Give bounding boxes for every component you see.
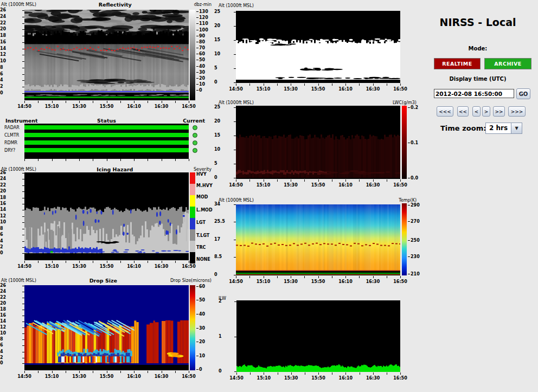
colorbar-tick-label: TRC [196,245,206,250]
time-zoom-select[interactable]: 2 hrs ▼ [485,123,522,134]
display-time-input[interactable] [434,89,514,98]
colorbar-tick-label: 250 [408,238,420,243]
nav-back-button[interactable]: < [472,106,481,117]
colorbar-tick-label: 80 [196,40,205,44]
y-tick-label: 2 [0,355,21,361]
x-tick [318,83,319,86]
x-tick-label: 16:10 [127,374,140,379]
x-tick [373,179,374,182]
x-tick [332,83,332,86]
x-tick [148,261,148,263]
reflectivity-colorbar [190,10,195,100]
reflectivity-y-axis: 26242220181614121086420 [0,10,24,100]
temp-x-axis: 14:5015:1015:3015:5016:1016:3016:50 [236,276,400,286]
nav-back-fast-button[interactable]: <<< [437,106,453,117]
x-tick-label: 15:10 [257,376,271,381]
lwc-plot-canvas [236,106,400,179]
x-tick [345,372,346,375]
x-tick [107,101,107,103]
colorbar-tick-label: 270 [408,219,420,224]
x-tick [236,372,237,375]
colorbar-tick [408,221,410,222]
reflectivity-title: Reflectivity [99,2,132,8]
x-tick [66,101,66,103]
x-tick [79,159,80,161]
status-row-label-clmtr: CLMTR [4,133,19,138]
severity-segment [190,207,195,218]
severity-segment [190,218,195,229]
x-tick [148,371,148,373]
y-tick-label: 8 [0,337,21,342]
x-tick-label: 15:30 [284,279,297,284]
colorbar-tick-label: 0.2 [408,105,418,110]
x-tick [304,179,305,182]
nav-back-medium-button[interactable]: << [457,106,469,117]
nav-forward-fast-button[interactable]: >>> [508,106,526,117]
x-tick [359,276,360,278]
colorbar-tick-label: 0 [196,88,202,93]
realtime-button[interactable]: REALTIME [434,58,481,69]
x-tick [107,159,107,161]
x-tick [134,371,134,373]
y-tick-label: 8 [0,226,21,232]
x-tick [332,372,332,375]
colorbar-tick-label: 40 [196,64,205,69]
status-led-clmtr [193,133,197,138]
y-tick-label: 0 [214,272,233,278]
x-tick [359,179,360,182]
x-tick-label: 16:50 [182,374,195,379]
x-tick-label: 15:50 [100,374,113,379]
dropsize-plot-canvas [24,285,189,370]
x-tick [345,83,346,86]
ilw-x-axis: 14:5015:1015:3015:5016:1016:3016:50 [236,372,400,382]
colorbar-tick-label: 20 [196,76,205,81]
x-tick [24,101,25,103]
colorbar-tick [196,36,198,36]
x-tick-label: 15:50 [311,376,325,381]
go-button[interactable]: GO [516,88,530,99]
reflectivity-x-axis: 14:5015:1015:3015:5016:1016:3016:50 [24,101,189,111]
y-tick-label: 15 [214,37,233,43]
colorbar-tick-label: 130 [196,9,208,14]
x-tick-label: 16:10 [338,279,352,284]
status-header-status: Status [24,118,189,124]
x-tick-label: 15:30 [284,183,297,188]
reflectivity-alt-label: Alt (1000ft MSL) [1,2,36,8]
x-tick [236,83,236,86]
y-tick-label: 2 [0,245,21,250]
chevron-down-icon[interactable]: ▼ [511,123,522,133]
x-tick [79,371,80,373]
nav-forward-medium-button[interactable]: >> [493,106,505,117]
x-tick [318,276,319,278]
colorbar-tick [196,23,198,24]
x-tick [148,101,148,103]
colorbar-tick [196,286,198,287]
x-tick [148,159,148,161]
x-tick [162,159,162,161]
cloud-header: Alt (1000ft MSL) [219,3,417,9]
x-tick [79,261,80,263]
status-row-label-dry: DRY? [4,148,15,153]
x-tick [93,101,93,103]
x-tick [278,372,278,375]
x-tick-label: 16:50 [393,376,407,381]
y-tick-label: 24 [0,289,21,294]
x-tick [189,159,189,161]
colorbar-tick [196,356,198,356]
x-tick [305,372,305,375]
dropsize-title: Drop Size [89,278,117,284]
archive-button[interactable]: ARCHIVE [484,58,531,69]
y-tick-label: 18 [0,195,21,201]
y-tick-label: 4 [0,239,21,244]
colorbar-tick [408,107,410,108]
temp-plot-canvas [236,203,400,275]
x-tick [277,179,278,182]
nav-forward-button[interactable]: > [482,106,490,117]
y-tick-label: 16 [0,313,21,318]
colorbar-tick [196,314,198,314]
x-tick-label: 15:30 [72,374,86,379]
y-tick-label: 2 [0,84,21,89]
y-tick-label: 16 [0,40,21,45]
ilw-plot-canvas [236,300,400,372]
x-tick [236,276,236,278]
